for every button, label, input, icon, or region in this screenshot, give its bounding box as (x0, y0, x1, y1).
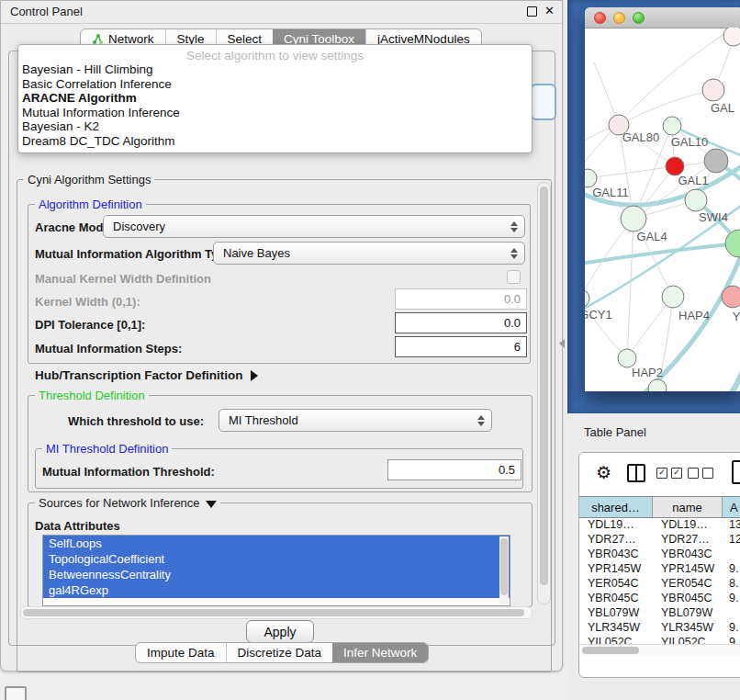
table-panel-title: Table Panel (584, 425, 646, 439)
node-table-window: ⚙ ✓✓ shared… name A YDL19…YDL19…13YDR27…… (578, 452, 740, 678)
float-window-icon[interactable] (527, 6, 537, 17)
mi-steps-label: Mutual Information Steps: (35, 342, 182, 356)
tab-impute-data[interactable]: Impute Data (136, 643, 226, 662)
algorithm-option[interactable]: Basic Correlation Inference (18, 77, 532, 92)
table-row[interactable]: YDL19…YDL19…13 (579, 517, 740, 532)
mi-type-combo[interactable]: Naive Bayes (213, 242, 525, 265)
kernel-width-field[interactable] (395, 288, 527, 310)
table-cell: YER054C (579, 576, 653, 591)
apply-button[interactable]: Apply (246, 620, 314, 643)
network-node[interactable] (685, 189, 707, 211)
network-edge[interactable] (627, 219, 633, 358)
inference-combo-fragment (531, 84, 556, 120)
network-node[interactable] (662, 286, 684, 308)
which-threshold-combo[interactable]: MI Threshold (219, 409, 492, 432)
apply-button-label: Apply (263, 625, 296, 639)
desktop-background: GAL80GALGAL10GAL1GAL11SWI4GAL4GCY1HAP4YH… (567, 0, 740, 413)
tab-discretize-data[interactable]: Discretize Data (226, 643, 333, 662)
network-node[interactable] (702, 79, 724, 101)
algorithm-option[interactable]: Bayesian - Hill Climbing (18, 62, 532, 77)
network-node[interactable] (704, 149, 728, 173)
table-row[interactable]: YBL079WYBL079W (579, 605, 740, 620)
table-body[interactable]: YDL19…YDL19…13YDR27…YDR27…12YBR043CYBR04… (579, 517, 740, 644)
network-edge[interactable] (588, 166, 675, 178)
expand-right-icon (251, 370, 258, 381)
network-node[interactable] (621, 206, 646, 231)
deselect-all-columns-icon[interactable] (688, 468, 713, 479)
table-row[interactable]: YPR145WYPR145W9. (579, 561, 740, 576)
network-window-titlebar[interactable] (585, 7, 740, 28)
control-panel-title: Control Panel (10, 5, 83, 18)
attributes-scrollbar-thumb[interactable] (500, 538, 508, 595)
hub-section-label: Hub/Transcription Factor Definition (35, 368, 243, 382)
data-attribute-item[interactable]: SelfLoops (43, 536, 510, 551)
network-node[interactable] (722, 286, 740, 308)
settings-horizontal-thumb[interactable] (23, 609, 524, 616)
network-node[interactable] (663, 117, 681, 135)
table-row[interactable]: YIL052CYIL052C9 (579, 635, 740, 644)
sources-title[interactable]: Sources for Network Inference (35, 496, 220, 510)
minimize-traffic-light-icon[interactable] (613, 12, 625, 24)
network-node[interactable] (666, 157, 684, 175)
network-edge[interactable] (713, 342, 740, 391)
split-pane-handle-icon[interactable] (559, 339, 565, 348)
algorithm-definition-title: Algorithm Definition (35, 198, 146, 211)
column-header-shared-name[interactable]: shared… (579, 497, 653, 517)
data-attribute-item[interactable]: BetweennessCentrality (43, 567, 510, 582)
network-node[interactable] (725, 230, 740, 257)
network-edge[interactable] (585, 31, 728, 171)
table-cell: YDR27… (579, 532, 653, 547)
data-attribute-item[interactable]: gal4RGexp (43, 582, 510, 598)
close-icon[interactable]: ✕ (544, 4, 555, 17)
dpi-tolerance-field[interactable] (395, 312, 527, 333)
close-traffic-light-icon[interactable] (594, 12, 606, 24)
column-header-partial[interactable]: A (723, 497, 740, 517)
table-row[interactable]: YER054CYER054C8. (579, 576, 740, 591)
data-attribute-item[interactable]: TopologicalCoefficient (43, 551, 510, 567)
settings-vertical-thumb[interactable] (540, 186, 548, 585)
algorithm-dropdown-list: Bayesian - Hill ClimbingBasic Correlatio… (18, 62, 532, 149)
settings-horizontal-scrollbar[interactable] (20, 606, 533, 619)
control-panel-titlebar: Control Panel ✕ (1, 1, 562, 24)
table-cell: 9. (723, 561, 740, 576)
table-horizontal-scrollbar[interactable] (579, 644, 740, 657)
network-edge[interactable] (627, 297, 673, 358)
column-layout-icon[interactable] (627, 464, 645, 482)
data-attributes-list[interactable]: SelfLoopsTopologicalCoefficientBetweenne… (42, 535, 510, 606)
network-node[interactable] (723, 28, 740, 46)
mi-threshold-field[interactable] (387, 459, 521, 480)
select-all-columns-icon[interactable]: ✓✓ (656, 468, 682, 479)
aracne-mode-combo[interactable]: Discovery (103, 215, 525, 238)
column-header-name[interactable]: name (653, 497, 723, 517)
table-horizontal-thumb[interactable] (582, 647, 639, 654)
network-node[interactable] (618, 349, 636, 367)
algorithm-option[interactable]: Bayesian - K2 (18, 119, 532, 134)
table-row[interactable]: YLR345WYLR345W9. (579, 620, 740, 635)
hub-section-toggle[interactable]: Hub/Transcription Factor Definition (35, 368, 258, 382)
mi-type-value: Naive Bayes (214, 246, 507, 260)
export-table-icon[interactable] (732, 460, 740, 484)
mi-steps-field[interactable] (395, 336, 527, 357)
zoom-traffic-light-icon[interactable] (633, 12, 645, 24)
network-node-label: GAL1 (678, 174, 708, 187)
table-row[interactable]: YBR043CYBR043C (579, 547, 740, 561)
combo-arrows-icon (474, 415, 488, 426)
which-threshold-label: Which threshold to use: (68, 414, 204, 428)
algorithm-option[interactable]: Dream8 DC_TDC Algorithm (18, 134, 532, 149)
algorithm-option[interactable]: Mutual Information Inference (18, 106, 532, 120)
network-node[interactable] (648, 379, 667, 391)
algorithm-option[interactable]: ARACNE Algorithm (18, 91, 532, 106)
settings-vertical-scrollbar[interactable] (537, 182, 551, 604)
manual-kernel-checkbox[interactable] (507, 270, 521, 284)
tab-label: Discretize Data (238, 646, 322, 660)
network-canvas[interactable]: GAL80GALGAL10GAL1GAL11SWI4GAL4GCY1HAP4YH… (585, 28, 740, 391)
panel-corner-button[interactable] (5, 686, 27, 700)
network-view-window[interactable]: GAL80GALGAL10GAL1GAL11SWI4GAL4GCY1HAP4YH… (585, 7, 740, 391)
table-row[interactable]: YBR045CYBR045C9. (579, 591, 740, 605)
table-row[interactable]: YDR27…YDR27…12 (579, 532, 740, 547)
table-cell: 9. (723, 591, 740, 605)
gear-icon[interactable]: ⚙ (596, 462, 611, 483)
table-cell: YLR345W (579, 620, 653, 635)
tab-infer-network[interactable]: Infer Network (332, 643, 428, 662)
attributes-scrollbar[interactable] (499, 536, 509, 604)
